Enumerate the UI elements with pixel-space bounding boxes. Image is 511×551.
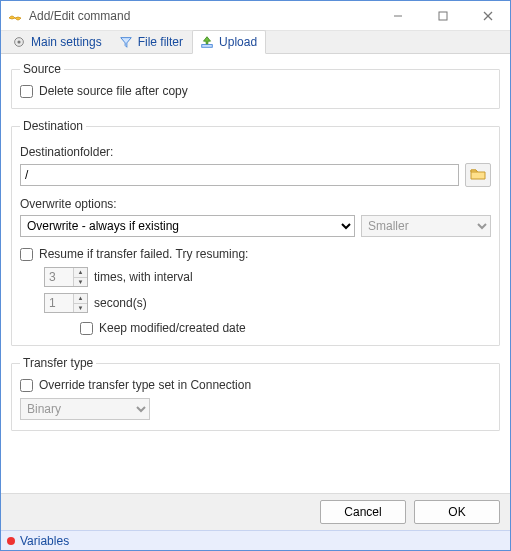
resume-interval-label: second(s) bbox=[94, 296, 147, 310]
destination-folder-input[interactable] bbox=[20, 164, 459, 186]
spinner-up-icon[interactable]: ▲ bbox=[74, 294, 87, 303]
group-source: Source Delete source file after copy bbox=[11, 62, 500, 109]
group-legend: Source bbox=[20, 62, 64, 76]
group-legend: Transfer type bbox=[20, 356, 96, 370]
delete-source-checkbox[interactable] bbox=[20, 85, 33, 98]
tab-upload[interactable]: Upload bbox=[192, 30, 266, 54]
close-button[interactable] bbox=[465, 1, 510, 30]
gear-icon bbox=[11, 34, 27, 50]
tab-main-settings[interactable]: Main settings bbox=[4, 30, 111, 53]
filter-icon bbox=[118, 34, 134, 50]
status-dot-icon bbox=[7, 537, 15, 545]
delete-source-label: Delete source file after copy bbox=[39, 84, 188, 98]
resume-label: Resume if transfer failed. Try resuming: bbox=[39, 247, 248, 261]
overwrite-mode-select[interactable]: Overwrite - always if existing bbox=[20, 215, 355, 237]
browse-folder-button[interactable] bbox=[465, 163, 491, 187]
resume-times-spinner[interactable]: ▲ ▼ bbox=[44, 267, 88, 287]
spinner-up-icon[interactable]: ▲ bbox=[74, 268, 87, 277]
overwrite-options-label: Overwrite options: bbox=[20, 197, 491, 211]
keep-date-checkbox[interactable] bbox=[80, 322, 93, 335]
override-transfer-checkbox[interactable] bbox=[20, 379, 33, 392]
status-bar: Variables bbox=[1, 530, 510, 550]
content-area: Source Delete source file after copy Des… bbox=[1, 54, 510, 493]
svg-rect-1 bbox=[439, 12, 447, 20]
maximize-button[interactable] bbox=[420, 1, 465, 30]
folder-icon bbox=[470, 167, 486, 184]
app-icon bbox=[7, 8, 23, 24]
tab-label: Upload bbox=[219, 35, 257, 49]
group-transfer-type: Transfer type Override transfer type set… bbox=[11, 356, 500, 431]
spinner-down-icon[interactable]: ▼ bbox=[74, 303, 87, 313]
tab-label: File filter bbox=[138, 35, 183, 49]
tab-label: Main settings bbox=[31, 35, 102, 49]
svg-point-5 bbox=[17, 40, 20, 43]
group-destination: Destination Destinationfolder: Overwrite… bbox=[11, 119, 500, 346]
variables-link[interactable]: Variables bbox=[20, 534, 69, 548]
titlebar: Add/Edit command bbox=[1, 1, 510, 31]
override-transfer-checkbox-row[interactable]: Override transfer type set in Connection bbox=[20, 378, 491, 392]
override-transfer-label: Override transfer type set in Connection bbox=[39, 378, 251, 392]
window-title: Add/Edit command bbox=[29, 9, 375, 23]
resume-checkbox-row[interactable]: Resume if transfer failed. Try resuming: bbox=[20, 247, 491, 261]
cancel-button[interactable]: Cancel bbox=[320, 500, 406, 524]
button-bar: Cancel OK bbox=[1, 493, 510, 530]
keep-date-checkbox-row[interactable]: Keep modified/created date bbox=[80, 321, 491, 335]
group-legend: Destination bbox=[20, 119, 86, 133]
resume-checkbox[interactable] bbox=[20, 248, 33, 261]
minimize-button[interactable] bbox=[375, 1, 420, 30]
resume-times-label: times, with interval bbox=[94, 270, 193, 284]
keep-date-label: Keep modified/created date bbox=[99, 321, 246, 335]
resume-times-input[interactable] bbox=[45, 268, 73, 286]
upload-icon bbox=[199, 34, 215, 50]
overwrite-compare-select[interactable]: Smaller bbox=[361, 215, 491, 237]
ok-button[interactable]: OK bbox=[414, 500, 500, 524]
tab-bar: Main settings File filter Upload bbox=[1, 31, 510, 54]
destination-folder-label: Destinationfolder: bbox=[20, 145, 491, 159]
resume-interval-spinner[interactable]: ▲ ▼ bbox=[44, 293, 88, 313]
delete-source-checkbox-row[interactable]: Delete source file after copy bbox=[20, 84, 491, 98]
resume-interval-input[interactable] bbox=[45, 294, 73, 312]
spinner-down-icon[interactable]: ▼ bbox=[74, 277, 87, 287]
transfer-type-select[interactable]: Binary bbox=[20, 398, 150, 420]
tab-file-filter[interactable]: File filter bbox=[111, 30, 192, 53]
svg-rect-6 bbox=[202, 45, 213, 48]
